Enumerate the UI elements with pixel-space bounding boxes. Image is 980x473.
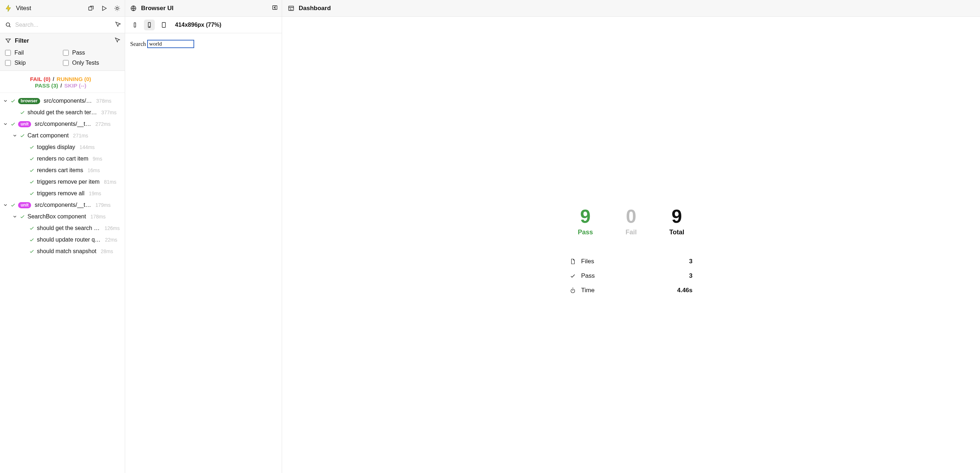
sidebar-header-tools xyxy=(87,4,121,12)
browser-title: Browser UI xyxy=(141,5,173,12)
file-icon xyxy=(570,258,576,265)
filter-pass-label: Pass xyxy=(72,49,85,56)
tree-row-label: triggers remove per item xyxy=(37,178,99,185)
tree-row-duration: 144ms xyxy=(80,144,95,150)
device-large-button[interactable] xyxy=(158,19,169,30)
tree-row-label: renders cart items xyxy=(37,167,83,174)
app-title: Vitest xyxy=(16,5,31,12)
filter-skip[interactable]: Skip xyxy=(5,60,63,66)
sidebar: Vitest Fi xyxy=(0,0,125,473)
device-small-button[interactable] xyxy=(129,19,140,30)
tree-row[interactable]: browsersrc/components/…378ms xyxy=(0,95,122,107)
check-icon xyxy=(19,214,25,220)
stat-pass: Pass 3 xyxy=(570,269,692,283)
collapse-all-button[interactable] xyxy=(87,4,95,12)
search-icon xyxy=(5,22,11,28)
svg-rect-9 xyxy=(289,6,294,11)
tree-row[interactable]: should get the search ter…377ms xyxy=(0,107,122,118)
check-icon xyxy=(29,179,35,185)
tree-row[interactable]: renders no cart item9ms xyxy=(0,153,122,164)
metric-total-label: Total xyxy=(669,229,684,236)
tree-row-duration: 178ms xyxy=(91,214,106,220)
browser-pane: Browser UI 414x896px (77%) Search xyxy=(125,0,282,473)
filter-only-checkbox[interactable] xyxy=(63,60,69,66)
page-search-label: Search xyxy=(130,41,146,47)
search-clear-button[interactable] xyxy=(115,21,121,29)
test-badge: unit xyxy=(18,121,31,127)
check-icon xyxy=(10,121,16,127)
filter-fail-checkbox[interactable] xyxy=(5,50,11,56)
dashboard-pane: Dashboard 9 Pass 0 Fail 9 Total xyxy=(282,0,980,473)
tree-row-label: should get the search t… xyxy=(37,225,100,231)
check-icon xyxy=(29,237,35,243)
tree-row[interactable]: Cart component271ms xyxy=(0,130,122,142)
tree-row[interactable]: toggles display144ms xyxy=(0,142,122,153)
tree-row[interactable]: triggers remove per item81ms xyxy=(0,176,122,188)
tree-row-duration: 377ms xyxy=(101,110,116,115)
test-tree: browsersrc/components/…378msshould get t… xyxy=(0,93,125,473)
svg-point-1 xyxy=(116,7,118,10)
tree-row[interactable]: SearchBox component178ms xyxy=(0,211,122,222)
app-logo: Vitest xyxy=(4,4,31,12)
tree-row[interactable]: unitsrc/components/__t…272ms xyxy=(0,118,122,130)
dashboard-body: 9 Pass 0 Fail 9 Total Files 3 xyxy=(282,17,980,473)
check-icon xyxy=(29,191,35,196)
dock-icon xyxy=(272,4,278,11)
tree-row-duration: 179ms xyxy=(95,202,111,208)
stat-files-value: 3 xyxy=(689,258,692,265)
svg-rect-0 xyxy=(89,7,92,10)
filter-fail[interactable]: Fail xyxy=(5,49,63,56)
svg-rect-8 xyxy=(162,22,165,27)
browser-header: Browser UI xyxy=(125,0,282,17)
tree-row-duration: 81ms xyxy=(104,179,116,185)
browser-toolbar: 414x896px (77%) xyxy=(125,17,282,33)
test-badge: unit xyxy=(18,202,31,208)
check-icon xyxy=(29,144,35,150)
tree-row-label: toggles display xyxy=(37,144,75,150)
stopwatch-icon xyxy=(570,287,576,294)
metric-fail: 0 Fail xyxy=(625,207,637,236)
metric-pass-label: Pass xyxy=(578,229,593,236)
dashboard-stats: Files 3 Pass 3 Time 4.46s xyxy=(570,254,692,298)
metric-total: 9 Total xyxy=(669,207,684,236)
device-small-icon xyxy=(132,22,138,28)
sidebar-search xyxy=(0,17,125,33)
tree-row-duration: 272ms xyxy=(95,121,111,127)
test-badge: browser xyxy=(18,98,40,104)
tree-row[interactable]: should get the search t…126ms xyxy=(0,222,122,234)
cursor-icon xyxy=(115,21,121,27)
filter-title: Filter xyxy=(15,38,29,44)
filter-pass-checkbox[interactable] xyxy=(63,50,69,56)
check-icon xyxy=(29,167,35,173)
chevron-down-icon xyxy=(3,98,8,104)
tree-row[interactable]: should match snapshot28ms xyxy=(0,245,122,257)
status-fail: FAIL (0) xyxy=(30,76,51,82)
cursor-icon xyxy=(114,37,121,43)
dock-button[interactable] xyxy=(272,4,278,12)
tree-row[interactable]: unitsrc/components/__t…179ms xyxy=(0,199,122,211)
svg-rect-5 xyxy=(134,23,136,27)
device-medium-button[interactable] xyxy=(144,19,155,30)
search-input[interactable] xyxy=(11,22,115,28)
tree-row-label: src/components/__t… xyxy=(35,202,91,208)
chevron-down-icon xyxy=(12,214,18,219)
tree-row-label: should update router q… xyxy=(37,237,100,243)
dashboard-header: Dashboard xyxy=(282,0,980,17)
filter-skip-checkbox[interactable] xyxy=(5,60,11,66)
tree-row-label: should get the search ter… xyxy=(27,109,97,116)
filter-pass[interactable]: Pass xyxy=(63,49,121,56)
run-all-button[interactable] xyxy=(100,4,108,12)
status-pass: PASS (3) xyxy=(35,83,58,89)
tree-row[interactable]: triggers remove all19ms xyxy=(0,188,122,199)
page-search-input[interactable] xyxy=(147,40,194,48)
filter-only[interactable]: Only Tests xyxy=(63,60,121,66)
filter-reset-button[interactable] xyxy=(114,37,121,45)
tree-row-label: SearchBox component xyxy=(27,213,86,220)
check-icon xyxy=(19,110,25,115)
theme-toggle-button[interactable] xyxy=(113,4,121,12)
chevron-down-icon xyxy=(3,121,8,127)
tree-row[interactable]: renders cart items16ms xyxy=(0,164,122,176)
sidebar-header: Vitest xyxy=(0,0,125,17)
tree-row[interactable]: should update router q…22ms xyxy=(0,234,122,245)
check-icon xyxy=(29,156,35,162)
